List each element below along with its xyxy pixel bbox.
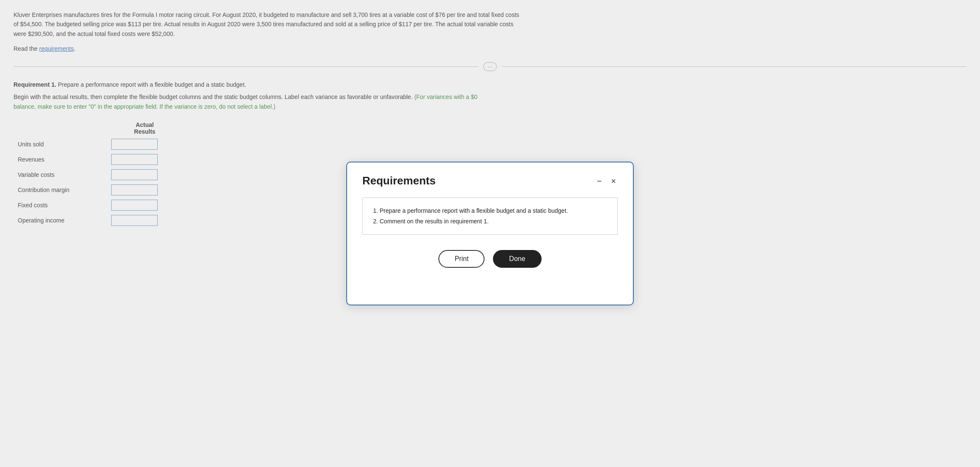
modal-controls: − × — [595, 177, 618, 185]
modal-close-button[interactable]: × — [609, 177, 618, 185]
requirement-item-1: Prepare a performance report with a flex… — [380, 206, 609, 216]
requirement-item-2: Comment on the results in requirement 1. — [380, 216, 609, 227]
modal-title: Requirements — [362, 174, 435, 187]
requirements-list: Prepare a performance report with a flex… — [371, 206, 609, 227]
requirements-modal: Requirements − × Prepare a performance r… — [346, 162, 634, 238]
modal-minimize-button[interactable]: − — [595, 177, 604, 185]
modal-titlebar: Requirements − × — [362, 174, 618, 187]
modal-content-box: Prepare a performance report with a flex… — [362, 198, 618, 235]
modal-overlay: Requirements − × Prepare a performance r… — [0, 0, 980, 238]
